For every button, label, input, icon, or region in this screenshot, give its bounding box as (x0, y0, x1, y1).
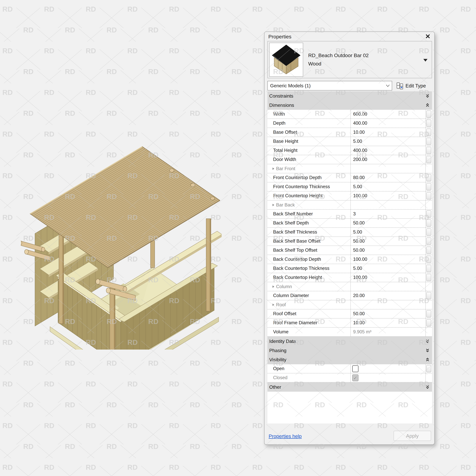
property-row: Width600.00 (268, 110, 432, 119)
property-row: Closed✓ (268, 373, 432, 382)
properties-help-link[interactable]: Properties help (269, 433, 302, 439)
property-label: Base Offset (268, 128, 351, 137)
property-row: Roof Offset50.00 (268, 309, 432, 319)
associate-parameter-button[interactable] (426, 147, 431, 154)
property-value[interactable]: 50.00 (351, 219, 426, 227)
group-arrow-icon[interactable] (272, 204, 274, 206)
edit-type-icon (396, 82, 404, 90)
associate-parameter-button[interactable] (426, 174, 431, 181)
associate-parameter-button[interactable] (426, 292, 431, 299)
associate-parameter-button[interactable] (426, 210, 431, 218)
property-row: Column Diameter20.00 (268, 291, 432, 300)
section-row[interactable]: Phasing (268, 346, 432, 355)
type-selector[interactable]: RD_Beach Outdoor Bar 02 Wood (268, 41, 432, 78)
associate-parameter-button[interactable] (426, 138, 431, 145)
group-arrow-icon[interactable] (272, 286, 274, 288)
property-row: Back Shelf Number3 (268, 210, 432, 219)
associate-parameter-button[interactable] (426, 156, 431, 163)
property-row: Door Width200.00 (268, 155, 432, 164)
associate-parameter-button[interactable] (426, 365, 431, 372)
property-row: Back Countertop Thickness5.00 (268, 264, 432, 273)
associate-parameter-button[interactable] (426, 310, 431, 317)
apply-button[interactable]: Apply (394, 431, 431, 441)
property-value[interactable]: 50.00 (351, 309, 426, 318)
associate-parameter-button[interactable] (426, 192, 431, 200)
property-label: Back Shelf Number (268, 210, 351, 218)
group-arrow-icon[interactable] (272, 304, 274, 306)
section-label: Constraints (269, 91, 293, 101)
group-arrow-icon[interactable] (272, 168, 274, 170)
property-row: Base Height5.00 (268, 137, 432, 146)
section-row[interactable]: Visibility (268, 355, 432, 364)
property-value[interactable]: 10.00 (351, 319, 426, 327)
param-button-column (426, 191, 432, 200)
property-label: Bar Back (268, 201, 351, 209)
section-row[interactable]: Constraints (268, 91, 432, 101)
property-value[interactable]: 200.00 (351, 155, 426, 164)
section-row[interactable]: Identity Data (268, 337, 432, 346)
property-label: Roof Offset (268, 309, 351, 318)
close-button[interactable] (425, 34, 431, 40)
property-row: Back Shelf Top Offset50.00 (268, 246, 432, 255)
type-thumbnail (269, 43, 303, 77)
param-button-column (426, 210, 432, 218)
property-value[interactable]: 100.00 (351, 255, 426, 264)
param-button-column (426, 228, 432, 237)
param-button-column (426, 273, 432, 282)
property-value[interactable]: 3 (351, 210, 426, 218)
property-value[interactable]: 5.00 (351, 264, 426, 273)
property-value[interactable]: 20.00 (351, 291, 426, 300)
param-button-column (426, 201, 432, 209)
associate-parameter-button[interactable] (426, 220, 431, 227)
property-value[interactable]: 600.00 (351, 110, 426, 119)
associate-parameter-button[interactable] (426, 129, 431, 136)
associate-parameter-button[interactable] (426, 256, 431, 263)
group-row: Bar Back (268, 201, 432, 210)
type-dropdown-arrow-icon[interactable] (423, 59, 427, 62)
property-label: Back Shelf Base Offset (268, 237, 351, 246)
property-value[interactable]: 10.00 (351, 128, 426, 137)
associate-parameter-button[interactable] (426, 319, 431, 326)
associate-parameter-button[interactable] (426, 183, 431, 190)
associate-parameter-button[interactable] (426, 111, 431, 118)
property-row: Back Shelf Thickness5.00 (268, 228, 432, 237)
property-value[interactable]: 50.00 (351, 237, 426, 246)
property-value[interactable]: 100.00 (351, 273, 426, 282)
category-dropdown[interactable]: Generic Models (1) (268, 81, 392, 90)
checkbox-unchecked[interactable] (352, 365, 358, 372)
associate-parameter-button[interactable] (426, 265, 431, 272)
param-button-column (426, 282, 432, 291)
property-value (351, 282, 426, 291)
edit-type-button[interactable]: Edit Type (396, 82, 432, 90)
panel-footer: Properties help Apply (268, 430, 431, 441)
collapse-chevron-icon (425, 357, 430, 362)
property-value (351, 300, 426, 309)
property-value[interactable]: 5.00 (351, 137, 426, 146)
associate-parameter-button[interactable] (426, 274, 431, 281)
property-value[interactable]: 400.00 (351, 119, 426, 128)
property-label: Width (268, 110, 351, 119)
property-label: Volume (268, 327, 351, 336)
property-label: Bar Front (268, 164, 351, 173)
category-label: Generic Models (1) (270, 81, 311, 90)
property-value (351, 364, 426, 373)
property-value[interactable]: 5.00 (351, 228, 426, 237)
property-row: Back Shelf Depth50.00 (268, 219, 432, 228)
property-value[interactable]: 80.00 (351, 173, 426, 182)
property-value[interactable]: 100.00 (351, 191, 426, 200)
property-value[interactable]: 400.00 (351, 146, 426, 155)
property-value[interactable]: 5.00 (351, 182, 426, 191)
section-row[interactable]: Other (268, 382, 432, 392)
param-button-column (426, 373, 432, 382)
expand-chevron-icon (425, 348, 430, 353)
associate-parameter-button[interactable] (426, 247, 431, 254)
property-label: Column (268, 282, 351, 291)
associate-parameter-button[interactable] (426, 228, 431, 236)
type-thumbnail-icon (270, 43, 303, 76)
property-value[interactable]: 50.00 (351, 246, 426, 255)
associate-parameter-button[interactable] (426, 119, 431, 127)
associate-parameter-button[interactable] (426, 238, 431, 245)
property-label: Roof Frame Diameter (268, 319, 351, 327)
section-row[interactable]: Dimensions (268, 101, 432, 110)
property-value: 9.905 m³ (351, 327, 426, 336)
